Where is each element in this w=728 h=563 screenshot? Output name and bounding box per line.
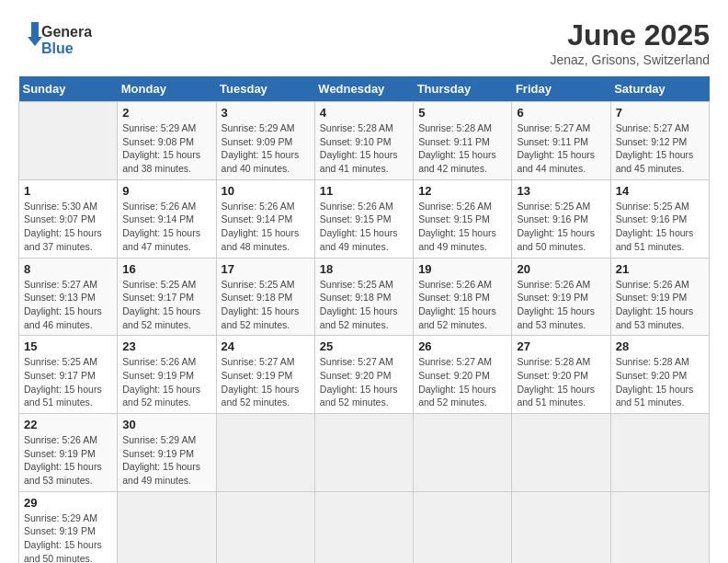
day-info: Sunrise: 5:27 AMSunset: 9:20 PMDaylight:… xyxy=(418,355,506,409)
day-info: Sunrise: 5:28 AMSunset: 9:20 PMDaylight:… xyxy=(616,355,704,409)
calendar-cell: 12Sunrise: 5:26 AMSunset: 9:15 PMDayligh… xyxy=(414,179,512,258)
day-number: 29 xyxy=(24,496,112,510)
day-number: 11 xyxy=(320,184,408,198)
calendar-cell xyxy=(512,491,610,563)
day-number: 15 xyxy=(24,339,112,353)
calendar-cell: 5Sunrise: 5:28 AMSunset: 9:11 PMDaylight… xyxy=(414,102,512,180)
day-number: 12 xyxy=(418,184,506,198)
day-info: Sunrise: 5:27 AMSunset: 9:11 PMDaylight:… xyxy=(517,121,605,176)
logo: GeneralBlue xyxy=(18,18,92,60)
calendar-cell: 26Sunrise: 5:27 AMSunset: 9:20 PMDayligh… xyxy=(414,336,512,414)
calendar-cell: 22Sunrise: 5:26 AMSunset: 9:19 PMDayligh… xyxy=(19,414,118,492)
day-number: 10 xyxy=(222,184,310,198)
calendar-cell xyxy=(512,414,610,492)
calendar-cell: 6Sunrise: 5:27 AMSunset: 9:11 PMDaylight… xyxy=(512,102,610,180)
calendar-row-1: 1Sunrise: 5:30 AMSunset: 9:07 PMDaylight… xyxy=(19,179,710,258)
day-info: Sunrise: 5:26 AMSunset: 9:15 PMDaylight:… xyxy=(418,200,506,254)
day-info: Sunrise: 5:25 AMSunset: 9:16 PMDaylight:… xyxy=(616,200,704,254)
day-number: 8 xyxy=(24,262,112,276)
header-thursday: Thursday xyxy=(414,76,512,102)
calendar-cell xyxy=(19,102,118,180)
day-number: 28 xyxy=(616,339,704,353)
header-tuesday: Tuesday xyxy=(216,76,314,102)
day-number: 7 xyxy=(616,106,704,120)
calendar-cell: 16Sunrise: 5:25 AMSunset: 9:17 PMDayligh… xyxy=(118,258,216,336)
day-info: Sunrise: 5:25 AMSunset: 9:17 PMDaylight:… xyxy=(122,278,210,332)
calendar-cell xyxy=(414,414,512,492)
calendar-cell: 25Sunrise: 5:27 AMSunset: 9:20 PMDayligh… xyxy=(314,336,413,414)
calendar-title: June 2025 xyxy=(550,18,710,52)
day-number: 27 xyxy=(517,339,605,353)
day-number: 23 xyxy=(122,339,210,353)
calendar-row-0: 2Sunrise: 5:29 AMSunset: 9:08 PMDaylight… xyxy=(19,102,710,180)
calendar-row-5: 29Sunrise: 5:29 AMSunset: 9:19 PMDayligh… xyxy=(19,491,710,563)
day-number: 5 xyxy=(418,106,506,120)
day-info: Sunrise: 5:30 AMSunset: 9:07 PMDaylight:… xyxy=(24,200,112,254)
day-info: Sunrise: 5:28 AMSunset: 9:10 PMDaylight:… xyxy=(320,121,408,176)
calendar-cell: 3Sunrise: 5:29 AMSunset: 9:09 PMDaylight… xyxy=(216,102,314,180)
header-saturday: Saturday xyxy=(610,76,709,102)
day-number: 17 xyxy=(222,262,310,276)
day-info: Sunrise: 5:26 AMSunset: 9:14 PMDaylight:… xyxy=(222,200,310,254)
calendar-cell: 17Sunrise: 5:25 AMSunset: 9:18 PMDayligh… xyxy=(216,258,314,336)
title-area: June 2025 Jenaz, Grisons, Switzerland xyxy=(550,18,710,67)
day-number: 13 xyxy=(517,184,605,198)
calendar-cell: 8Sunrise: 5:27 AMSunset: 9:13 PMDaylight… xyxy=(19,258,118,336)
calendar-cell: 30Sunrise: 5:29 AMSunset: 9:19 PMDayligh… xyxy=(118,414,216,492)
calendar-cell: 11Sunrise: 5:26 AMSunset: 9:15 PMDayligh… xyxy=(314,179,413,258)
calendar-cell: 19Sunrise: 5:26 AMSunset: 9:18 PMDayligh… xyxy=(414,258,512,336)
day-number: 20 xyxy=(517,262,605,276)
logo-svg: GeneralBlue xyxy=(18,18,92,60)
day-number: 22 xyxy=(24,418,112,431)
day-number: 9 xyxy=(122,184,210,198)
header-wednesday: Wednesday xyxy=(314,76,413,102)
day-number: 30 xyxy=(122,418,210,431)
day-number: 18 xyxy=(320,262,408,276)
day-number: 25 xyxy=(320,339,408,353)
day-number: 16 xyxy=(122,262,210,276)
calendar-cell xyxy=(414,491,512,563)
day-info: Sunrise: 5:28 AMSunset: 9:11 PMDaylight:… xyxy=(418,121,506,176)
calendar-cell xyxy=(314,414,413,492)
calendar-header-row: SundayMondayTuesdayWednesdayThursdayFrid… xyxy=(19,76,710,102)
day-info: Sunrise: 5:25 AMSunset: 9:18 PMDaylight:… xyxy=(320,278,408,332)
day-info: Sunrise: 5:29 AMSunset: 9:08 PMDaylight:… xyxy=(122,121,210,176)
calendar-row-3: 15Sunrise: 5:25 AMSunset: 9:17 PMDayligh… xyxy=(19,336,710,414)
day-number: 26 xyxy=(418,339,506,353)
calendar-cell: 21Sunrise: 5:26 AMSunset: 9:19 PMDayligh… xyxy=(610,258,709,336)
day-info: Sunrise: 5:25 AMSunset: 9:16 PMDaylight:… xyxy=(517,200,605,254)
day-info: Sunrise: 5:26 AMSunset: 9:14 PMDaylight:… xyxy=(122,200,210,254)
calendar-cell: 10Sunrise: 5:26 AMSunset: 9:14 PMDayligh… xyxy=(216,179,314,258)
day-info: Sunrise: 5:29 AMSunset: 9:19 PMDaylight:… xyxy=(24,511,112,563)
calendar-cell: 14Sunrise: 5:25 AMSunset: 9:16 PMDayligh… xyxy=(610,179,709,258)
day-info: Sunrise: 5:29 AMSunset: 9:09 PMDaylight:… xyxy=(222,121,310,176)
day-number: 19 xyxy=(418,262,506,276)
calendar-cell: 1Sunrise: 5:30 AMSunset: 9:07 PMDaylight… xyxy=(19,179,118,258)
calendar-subtitle: Jenaz, Grisons, Switzerland xyxy=(550,52,710,67)
calendar-cell: 4Sunrise: 5:28 AMSunset: 9:10 PMDaylight… xyxy=(314,102,413,180)
header-monday: Monday xyxy=(118,76,216,102)
day-info: Sunrise: 5:25 AMSunset: 9:18 PMDaylight:… xyxy=(222,278,310,332)
day-info: Sunrise: 5:29 AMSunset: 9:19 PMDaylight:… xyxy=(122,433,210,488)
day-number: 2 xyxy=(122,106,210,120)
calendar-cell: 9Sunrise: 5:26 AMSunset: 9:14 PMDaylight… xyxy=(118,179,216,258)
day-number: 6 xyxy=(517,106,605,120)
calendar-cell xyxy=(314,491,413,563)
calendar-cell: 2Sunrise: 5:29 AMSunset: 9:08 PMDaylight… xyxy=(118,102,216,180)
header-friday: Friday xyxy=(512,76,610,102)
calendar-cell xyxy=(610,414,709,492)
day-info: Sunrise: 5:26 AMSunset: 9:18 PMDaylight:… xyxy=(418,278,506,332)
svg-text:General: General xyxy=(41,24,92,40)
calendar-cell: 20Sunrise: 5:26 AMSunset: 9:19 PMDayligh… xyxy=(512,258,610,336)
calendar-cell xyxy=(216,491,314,563)
header-sunday: Sunday xyxy=(19,76,118,102)
day-info: Sunrise: 5:26 AMSunset: 9:19 PMDaylight:… xyxy=(24,433,112,488)
svg-marker-2 xyxy=(31,22,39,37)
day-info: Sunrise: 5:27 AMSunset: 9:12 PMDaylight:… xyxy=(616,121,704,176)
calendar-cell: 7Sunrise: 5:27 AMSunset: 9:12 PMDaylight… xyxy=(610,102,709,180)
calendar-cell xyxy=(610,491,709,563)
calendar-cell: 23Sunrise: 5:26 AMSunset: 9:19 PMDayligh… xyxy=(118,336,216,414)
day-info: Sunrise: 5:28 AMSunset: 9:20 PMDaylight:… xyxy=(517,355,605,409)
svg-text:Blue: Blue xyxy=(41,40,74,56)
day-number: 14 xyxy=(616,184,704,198)
